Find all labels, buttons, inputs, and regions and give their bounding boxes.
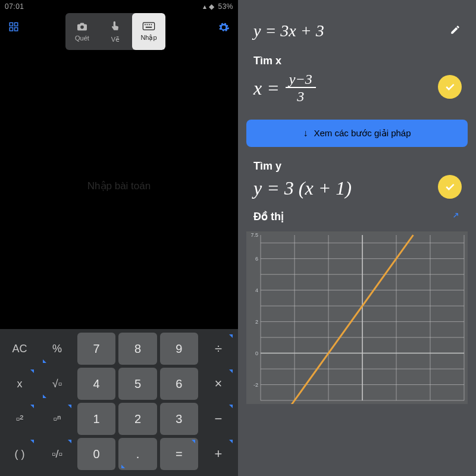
key-9[interactable]: 9 [160, 333, 198, 365]
download-arrow-icon: ↓ [303, 128, 308, 139]
show-steps-label: Xem các bước giải pháp [314, 128, 411, 139]
mode-label: Nhập [140, 34, 156, 42]
svg-text:0: 0 [255, 350, 258, 356]
key-[interactable]: . [118, 438, 156, 470]
key-x[interactable]: x [2, 368, 37, 400]
solve-for-y-section: Tìm y y = 3 (x + 1) [238, 156, 476, 208]
key-[interactable]: % [40, 333, 74, 365]
svg-rect-2 [10, 27, 12, 30]
camera-icon [76, 21, 88, 33]
solve-for-x-section: Tìm x x = y−3 3 [238, 51, 476, 112]
math-expr: y = 3 (x + 1) [253, 177, 352, 199]
key-[interactable]: = [160, 438, 198, 470]
settings-icon[interactable] [218, 21, 230, 36]
solution-x: x = y−3 3 [253, 72, 461, 104]
graph-plot[interactable]: -202467.5 [246, 231, 468, 404]
math-keypad: AC%789÷x√▫456×▫²▫ⁿ123−( )▫/▫0.=+ [0, 329, 238, 476]
status-battery: 53% [218, 2, 233, 11]
input-placeholder: Nhập bài toán [87, 180, 151, 192]
top-toolbar: Quét Vẽ Nhập [0, 13, 238, 43]
svg-text:-2: -2 [253, 382, 258, 388]
key-0[interactable]: 0 [77, 438, 115, 470]
key-3[interactable]: 3 [160, 403, 198, 435]
key-5[interactable]: 5 [118, 368, 156, 400]
equation-input-area[interactable]: Nhập bài toán [0, 43, 238, 329]
key-[interactable]: ▫² [2, 403, 37, 435]
key-[interactable]: ÷ [201, 333, 236, 365]
mode-scan[interactable]: Quét [65, 13, 99, 50]
svg-point-4 [80, 26, 84, 29]
svg-text:6: 6 [255, 256, 258, 262]
key-[interactable]: ▫ⁿ [40, 403, 74, 435]
svg-rect-3 [15, 27, 18, 30]
status-time: 07:01 [5, 2, 24, 11]
key-[interactable]: + [201, 438, 236, 470]
key-[interactable]: ▫/▫ [40, 438, 74, 470]
verified-badge[interactable] [438, 175, 462, 199]
key-[interactable]: × [201, 368, 236, 400]
status-bar: 07:01 ▴ ◆ 53% [0, 0, 238, 13]
svg-rect-0 [10, 23, 12, 26]
key-6[interactable]: 6 [160, 368, 198, 400]
key-ac[interactable]: AC [2, 333, 37, 365]
mode-label: Quét [75, 35, 89, 42]
section-title: Tìm x [253, 55, 461, 67]
show-steps-button[interactable]: ↓ Xem các bước giải pháp [246, 120, 468, 147]
expand-icon[interactable] [451, 211, 461, 223]
key-7[interactable]: 7 [77, 333, 115, 365]
mode-type[interactable]: Nhập [132, 13, 165, 50]
history-grid-icon[interactable] [0, 21, 27, 35]
keyboard-icon [142, 21, 155, 32]
solution-screen: y = 3x + 3 Tìm x x = y−3 3 ↓ Xem các bướ… [238, 0, 476, 476]
mode-label: Vẽ [111, 36, 120, 43]
key-[interactable]: − [201, 403, 236, 435]
touch-icon [109, 20, 121, 34]
fraction-numerator: y−3 [286, 72, 316, 88]
status-signal: ▴ ◆ [203, 2, 215, 11]
solution-y: y = 3 (x + 1) [253, 177, 461, 199]
svg-text:4: 4 [255, 287, 258, 293]
section-title: Tìm y [253, 160, 461, 173]
problem-equation: y = 3x + 3 [253, 21, 324, 40]
math-lhs: x = [253, 77, 280, 99]
edit-icon[interactable] [450, 24, 461, 38]
svg-rect-9 [151, 24, 152, 26]
svg-text:7.5: 7.5 [250, 232, 258, 238]
mode-draw[interactable]: Vẽ [99, 13, 132, 50]
fraction-denominator: 3 [297, 88, 304, 104]
svg-rect-8 [149, 24, 150, 26]
svg-rect-10 [146, 27, 152, 28]
input-mode-switcher: Quét Vẽ Nhập [65, 13, 165, 50]
key-2[interactable]: 2 [118, 403, 156, 435]
svg-rect-5 [143, 23, 154, 30]
graph-title: Đồ thị [253, 210, 284, 223]
input-screen: 07:01 ▴ ◆ 53% Quét Vẽ [0, 0, 238, 476]
svg-rect-1 [15, 23, 18, 26]
svg-rect-6 [145, 24, 146, 26]
key-[interactable]: ( ) [2, 438, 37, 470]
fraction: y−3 3 [286, 72, 316, 104]
key-[interactable]: √▫ [40, 368, 74, 400]
svg-rect-7 [147, 24, 148, 26]
key-1[interactable]: 1 [77, 403, 115, 435]
key-4[interactable]: 4 [77, 368, 115, 400]
verified-badge[interactable] [438, 75, 462, 99]
key-8[interactable]: 8 [118, 333, 156, 365]
svg-text:2: 2 [255, 319, 258, 325]
